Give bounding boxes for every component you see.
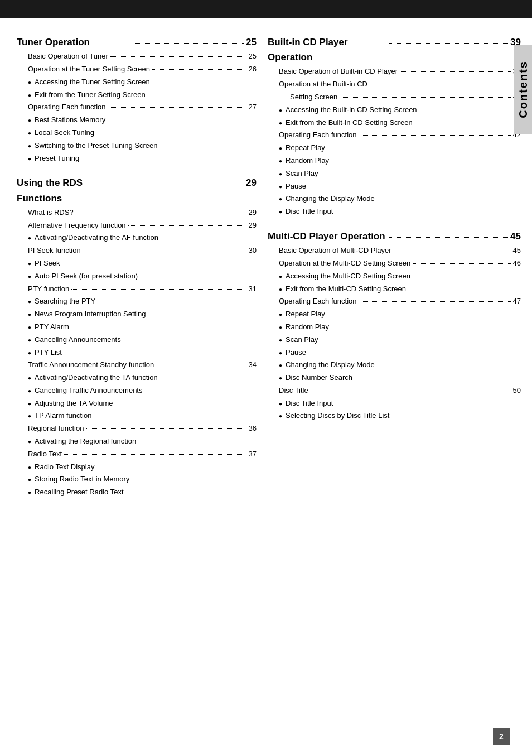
bullet-icon: ● <box>279 208 282 216</box>
entry-dots <box>110 56 246 57</box>
toc-entry-rds-functions-6: PTY function31 <box>17 283 257 295</box>
section-title-row-tuner-operation: Tuner Operation25 <box>17 35 257 50</box>
entry-label: PTY function <box>28 283 69 295</box>
bullet-icon: ● <box>28 78 31 87</box>
section-page-rds-functions: 29 <box>246 175 257 190</box>
bullet-icon: ● <box>28 116 31 125</box>
bullet-label: Exit from the Multi-CD Setting Screen <box>286 283 406 295</box>
entry-page: 50 <box>513 385 521 397</box>
bullet-label: Exit from the Tuner Setting Screen <box>35 89 146 101</box>
bullet-icon: ● <box>28 399 31 408</box>
bullet-item-rds-functions-20: ●Radio Text Display <box>17 461 257 473</box>
bullet-label: PI Seek <box>35 258 60 269</box>
bullet-label: News Program Interruption Setting <box>35 309 146 320</box>
bullet-icon: ● <box>279 170 282 179</box>
bullet-label: Accessing the Built-in CD Setting Screen <box>286 104 417 116</box>
section-title-row-multi-cd: Multi-CD Player Operation45 <box>268 229 521 244</box>
toc-entry-builtin-cd-5: Operating Each function42 <box>268 129 521 141</box>
right-column: Built-in CD Player Operation39Basic Oper… <box>268 35 521 499</box>
bullet-item-multi-cd-7: ●Scan Play <box>268 334 521 346</box>
bullet-label: Switching to the Preset Tuning Screen <box>35 140 157 152</box>
bullet-icon: ● <box>28 463 31 472</box>
bullet-icon: ● <box>28 387 31 396</box>
toc-entry-rds-functions-19: Radio Text37 <box>17 449 257 460</box>
bullet-label: PTY List <box>35 347 62 359</box>
entry-page: 45 <box>513 245 521 257</box>
toc-entry-rds-functions-17: Regional function36 <box>17 423 257 435</box>
toc-entry-tuner-operation-0: Basic Operation of Tuner25 <box>17 51 257 62</box>
entry-dots <box>340 97 510 98</box>
bullet-icon: ● <box>279 195 282 204</box>
bullet-item-multi-cd-8: ●Pause <box>268 347 521 359</box>
bullet-label: Exit from the Built-in CD Setting Screen <box>286 117 413 129</box>
bullet-label: Auto PI Seek (for preset station) <box>35 271 138 282</box>
entry-dots <box>413 263 510 264</box>
toc-entry-tuner-operation-1: Operation at the Tuner Setting Screen26 <box>17 64 257 75</box>
bullet-icon: ● <box>279 119 282 128</box>
entry-dots <box>76 213 246 213</box>
bullet-label: Random Play <box>286 155 329 167</box>
bullet-item-tuner-operation-2: ●Accessing the Tuner Setting Screen <box>17 76 257 88</box>
bullet-icon: ● <box>279 323 282 332</box>
bullet-item-multi-cd-10: ●Disc Number Search <box>268 372 521 384</box>
entry-label: Operation at the Multi-CD Setting Screen <box>279 258 410 269</box>
entry-label: Operation at the Built-in CD <box>279 79 367 90</box>
left-column: Tuner Operation25Basic Operation of Tune… <box>17 35 257 499</box>
toc-entry-multi-cd-0: Basic Operation of Multi-CD Player45 <box>268 245 521 257</box>
entry-page: 29 <box>249 207 257 219</box>
bullet-item-rds-functions-13: ●Activating/Deactivating the TA function <box>17 372 257 384</box>
bullet-icon: ● <box>279 157 282 166</box>
bullet-icon: ● <box>28 374 31 383</box>
bullet-item-multi-cd-6: ●Random Play <box>268 321 521 333</box>
bullet-icon: ● <box>28 142 31 151</box>
bullet-item-tuner-operation-5: ●Best Stations Memory <box>17 114 257 126</box>
bullet-label: Accessing the Tuner Setting Screen <box>35 76 150 88</box>
bullet-icon: ● <box>28 310 31 319</box>
toc-entry-multi-cd-11: Disc Title50 <box>268 385 521 397</box>
bullet-item-rds-functions-21: ●Storing Radio Text in Memory <box>17 474 257 485</box>
bullet-item-rds-functions-18: ●Activating the Regional function <box>17 436 257 447</box>
bullet-item-multi-cd-5: ●Repeat Play <box>268 309 521 320</box>
bullet-icon: ● <box>279 182 282 191</box>
entry-label: What is RDS? <box>28 207 74 219</box>
bullet-item-tuner-operation-6: ●Local Seek Tuning <box>17 127 257 139</box>
bullet-label: Activating/Deactivating the AF function <box>35 232 158 244</box>
entry-dots <box>86 428 246 429</box>
entry-dots <box>311 391 511 391</box>
toc-entry-multi-cd-1: Operation at the Multi-CD Setting Screen… <box>268 258 521 269</box>
entry-label: Alternative Frequency function <box>28 220 126 232</box>
entry-dots <box>394 251 511 251</box>
bullet-icon: ● <box>28 129 31 138</box>
section-title-builtin-cd: Built-in CD Player Operation <box>268 35 387 65</box>
bullet-label: Pause <box>286 181 306 192</box>
bullet-item-rds-functions-15: ●Adjusting the TA Volume <box>17 398 257 410</box>
entry-page: 46 <box>513 258 521 269</box>
bullet-label: Scan Play <box>286 168 318 180</box>
entry-label: Basic Operation of Tuner <box>28 51 108 62</box>
bullet-item-builtin-cd-11: ●Disc Title Input <box>268 206 521 218</box>
bullet-label: Searching the PTY <box>35 296 95 307</box>
entry-label: Operating Each function <box>28 102 105 113</box>
entry-label: Traffic Announcement Standby function <box>28 359 154 371</box>
bullet-icon: ● <box>28 475 31 484</box>
bullet-label: Preset Tuning <box>35 153 79 165</box>
section-page-tuner-operation: 25 <box>246 35 257 50</box>
bullet-icon: ● <box>28 437 31 446</box>
toc-entry-nodots-builtin-cd-1: Operation at the Built-in CD <box>268 79 521 90</box>
entry-label: Operating Each function <box>279 296 356 307</box>
entry-dots <box>359 135 510 136</box>
entry-dots <box>152 69 246 70</box>
toc-entry-multi-cd-4: Operating Each function47 <box>268 296 521 307</box>
entry-label: Basic Operation of Multi-CD Player <box>279 245 391 257</box>
bullet-item-tuner-operation-3: ●Exit from the Tuner Setting Screen <box>17 89 257 101</box>
bullet-item-rds-functions-4: ●PI Seek <box>17 258 257 269</box>
bullet-label: Scan Play <box>286 334 318 346</box>
entry-page: 30 <box>249 245 257 257</box>
bullet-icon: ● <box>279 106 282 115</box>
bullet-item-rds-functions-16: ●TP Alarm function <box>17 410 257 422</box>
bullet-label: Local Seek Tuning <box>35 127 94 139</box>
bullet-item-rds-functions-11: ●PTY List <box>17 347 257 359</box>
entry-label: Operation at the Tuner Setting Screen <box>28 64 150 75</box>
bullet-icon: ● <box>279 336 282 345</box>
bullet-label: PTY Alarm <box>35 321 69 333</box>
